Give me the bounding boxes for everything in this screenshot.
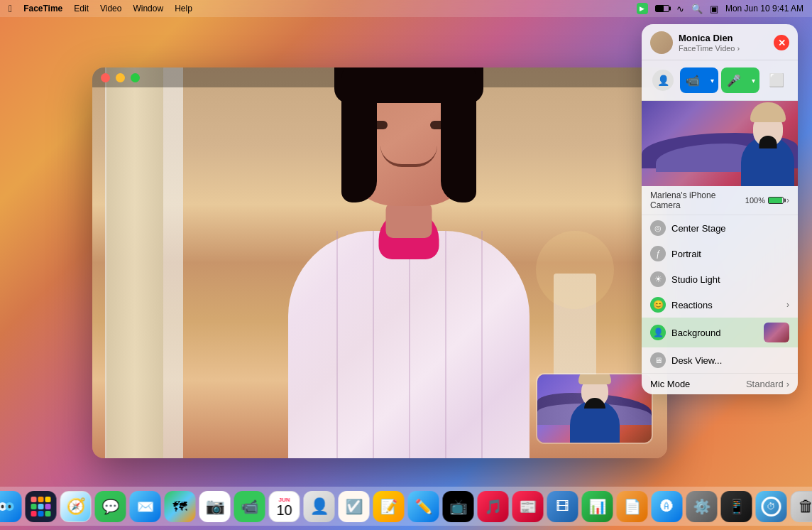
maximize-button[interactable] xyxy=(131,73,140,82)
background-icon: 👤 xyxy=(650,325,666,340)
person-hair-right xyxy=(441,67,476,202)
dock-item-numbers[interactable]: 📊 xyxy=(582,491,613,522)
dock-item-keynote[interactable]: 🎞 xyxy=(547,491,578,522)
contact-name: Monica Dien xyxy=(679,33,740,44)
dock-item-iphone[interactable]: 📱 xyxy=(721,491,752,522)
dock-item-launchpad[interactable] xyxy=(26,491,57,522)
control-center-icon[interactable]: ▣ xyxy=(710,4,718,14)
apple-menu[interactable]:  xyxy=(9,3,12,14)
menu-window[interactable]: Window xyxy=(133,4,163,13)
menu-help[interactable]: Help xyxy=(175,4,192,13)
safari-icon: 🧭 xyxy=(66,497,85,516)
dock-item-music[interactable]: 🎵 xyxy=(478,491,509,522)
menu-edit[interactable]: Edit xyxy=(74,4,89,13)
dock-item-mail[interactable]: ✉️ xyxy=(130,491,161,522)
mic-mode-label: Mic Mode xyxy=(650,379,690,389)
appstore-icon: 🅐 xyxy=(661,499,674,514)
person-neck xyxy=(385,202,432,238)
close-button[interactable] xyxy=(101,73,110,82)
keynote-icon: 🎞 xyxy=(556,499,569,514)
person-shirt xyxy=(288,231,530,458)
main-video-feed xyxy=(92,67,667,458)
dock-item-trash[interactable]: 🗑 xyxy=(791,491,813,522)
mic-button-group[interactable]: 🎤 ▾ xyxy=(721,67,759,93)
dock: 🧭 💬 ✉️ 🗺 📷 📹 JUN 10 👤 ☑️ 📝 ✏️ 📺 xyxy=(0,487,812,526)
calendar-day: 10 xyxy=(276,503,292,517)
portrait-icon: f xyxy=(650,246,666,261)
dock-item-photos[interactable]: 📷 xyxy=(199,491,231,522)
app-name[interactable]: FaceTime xyxy=(23,4,62,13)
person-hair-left xyxy=(341,67,377,202)
panel-header: Monica Dien FaceTime Video › ✕ xyxy=(642,24,798,60)
video-dropdown-chevron: ▾ xyxy=(710,77,714,85)
center-stage-icon: ◎ xyxy=(650,220,666,236)
background-thumbnail xyxy=(764,323,789,342)
studio-light-label: Studio Light xyxy=(671,274,720,285)
minimize-button[interactable] xyxy=(116,73,125,82)
mic-mode-value-group: Standard › xyxy=(746,379,789,389)
battery-fill xyxy=(769,198,782,203)
dock-item-reminders[interactable]: ☑️ xyxy=(339,491,370,522)
dock-item-pages[interactable]: 📄 xyxy=(617,491,648,522)
mic-mode-value: Standard xyxy=(746,379,784,389)
dock-item-sysprefs[interactable]: ⚙️ xyxy=(686,491,718,522)
music-icon: 🎵 xyxy=(484,498,502,515)
camera-info-row[interactable]: Marlena's iPhone Camera 100% › xyxy=(642,186,798,215)
panel-video-person-container xyxy=(741,136,794,186)
mail-icon: ✉️ xyxy=(136,498,154,515)
dock-item-tv[interactable]: 📺 xyxy=(443,491,474,522)
dock-item-contacts[interactable]: 👤 xyxy=(304,491,335,522)
background-item[interactable]: 👤 Background xyxy=(642,318,798,347)
camera-chevron: › xyxy=(786,195,789,205)
wifi-icon: ∿ xyxy=(676,4,684,14)
mic-button[interactable]: 🎤 xyxy=(721,67,747,93)
portrait-label: Portrait xyxy=(671,249,701,259)
battery-display: 100% › xyxy=(745,195,789,205)
contact-info-text: Monica Dien FaceTime Video › xyxy=(679,33,740,53)
screentime-icon: ⏱ xyxy=(762,497,781,517)
dock-item-finder[interactable] xyxy=(0,491,22,522)
numbers-icon: 📊 xyxy=(588,498,606,515)
mic-mode-row[interactable]: Mic Mode Standard › xyxy=(642,373,798,394)
dock-item-messages[interactable]: 💬 xyxy=(95,491,126,522)
share-screen-button[interactable]: ⬜ xyxy=(762,67,791,93)
dock-item-safari[interactable]: 🧭 xyxy=(60,491,92,522)
dock-item-news[interactable]: 📰 xyxy=(512,491,544,522)
panel-close-button[interactable]: ✕ xyxy=(774,35,789,50)
self-view-thumbnail[interactable] xyxy=(536,373,653,444)
dock-item-calendar[interactable]: JUN 10 xyxy=(269,491,300,522)
reactions-item[interactable]: 😊 Reactions › xyxy=(642,292,798,318)
menu-video[interactable]: Video xyxy=(100,4,121,13)
facetime-icon: 📹 xyxy=(241,498,258,515)
video-button[interactable]: 📹 xyxy=(680,67,706,93)
room-curtain xyxy=(106,67,163,458)
video-button-group[interactable]: 📹 ▾ xyxy=(680,67,718,93)
tv-icon: 📺 xyxy=(449,498,467,515)
pages-icon: 📄 xyxy=(623,498,641,515)
dock-item-appstore[interactable]: 🅐 xyxy=(652,491,683,522)
search-icon[interactable]: 🔍 xyxy=(691,4,703,14)
profile-button[interactable]: 👤 xyxy=(649,67,677,93)
dock-item-notes[interactable]: 📝 xyxy=(373,491,405,522)
svg-point-4 xyxy=(9,505,11,509)
desk-view-label: Desk View... xyxy=(671,355,722,366)
news-icon: 📰 xyxy=(519,498,537,515)
share-screen-icon: ⬜ xyxy=(769,72,784,88)
notes-icon: 📝 xyxy=(380,498,397,515)
sysprefs-icon: ⚙️ xyxy=(693,498,710,515)
background-thumb-img xyxy=(764,323,789,342)
menu-clock: Mon Jun 10 9:41 AM xyxy=(725,4,803,13)
center-stage-item[interactable]: ◎ Center Stage xyxy=(642,215,798,241)
dock-item-freeform[interactable]: ✏️ xyxy=(408,491,439,522)
dock-item-facetime[interactable]: 📹 xyxy=(234,491,265,522)
studio-light-item[interactable]: ☀ Studio Light xyxy=(642,266,798,292)
panel-video-scarf xyxy=(759,136,777,148)
portrait-item[interactable]: f Portrait xyxy=(642,241,798,266)
dock-item-maps[interactable]: 🗺 xyxy=(165,491,196,522)
dock-item-screentime[interactable]: ⏱ xyxy=(756,491,787,522)
reactions-arrow: › xyxy=(786,300,789,310)
desk-view-item[interactable]: 🖥 Desk View... xyxy=(642,347,798,373)
mic-chevron-button[interactable]: ▾ xyxy=(747,67,759,93)
video-chevron-button[interactable]: ▾ xyxy=(706,67,718,93)
messages-icon: 💬 xyxy=(102,498,119,515)
